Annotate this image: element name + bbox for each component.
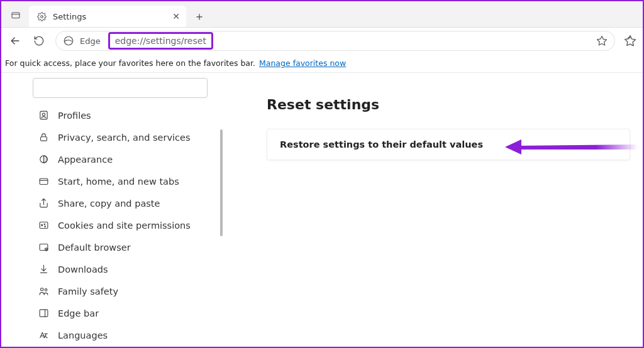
profile-icon — [38, 110, 49, 121]
gear-icon — [35, 10, 48, 23]
family-icon — [38, 286, 49, 297]
page-title: Reset settings — [267, 97, 630, 112]
sidebar-label: Share, copy and paste — [58, 198, 160, 209]
settings-search-input[interactable] — [33, 78, 208, 98]
sidebar-item-languages[interactable]: Languages — [33, 324, 208, 346]
sidebar-item-start[interactable]: Start, home, and new tabs — [33, 170, 208, 192]
svg-point-9 — [41, 224, 42, 226]
favorites-icon[interactable] — [624, 35, 636, 47]
favorites-bar-text: For quick access, place your favorites h… — [5, 58, 255, 68]
cookies-icon — [38, 220, 49, 231]
close-tab-icon[interactable]: ✕ — [172, 11, 180, 21]
lock-icon — [38, 132, 49, 143]
sidebar-item-family[interactable]: Family safety — [33, 280, 208, 302]
svg-point-11 — [44, 226, 45, 227]
sidebar-label: Edge bar — [58, 308, 99, 318]
address-url-highlighted: edge://settings/reset — [108, 32, 213, 50]
sidebar-label: Downloads — [58, 264, 108, 275]
sidebar-label: Cookies and site permissions — [58, 220, 191, 231]
svg-point-10 — [44, 224, 45, 224]
svg-point-15 — [45, 289, 47, 291]
favorite-star-icon[interactable] — [596, 35, 608, 47]
new-tab-button[interactable]: ＋ — [190, 7, 209, 26]
svg-rect-5 — [40, 137, 47, 141]
settings-sidebar: Profiles Privacy, search, and services A… — [1, 73, 223, 347]
sidebar-item-printers[interactable]: Printers — [33, 346, 208, 347]
languages-icon — [38, 330, 49, 341]
default-browser-icon — [38, 242, 49, 253]
svg-rect-16 — [40, 310, 48, 317]
sidebar-item-downloads[interactable]: Downloads — [33, 258, 208, 280]
settings-main: Reset settings Restore settings to their… — [223, 73, 643, 347]
sidebar-label: Default browser — [58, 242, 131, 253]
settings-content: Profiles Privacy, search, and services A… — [1, 73, 643, 347]
sidebar-label: Family safety — [58, 286, 118, 296]
back-button[interactable] — [8, 33, 23, 48]
manage-favorites-link[interactable]: Manage favorites now — [259, 58, 346, 68]
sidebar-label: Languages — [58, 330, 108, 340]
share-icon — [38, 198, 49, 209]
sidebar-item-default-browser[interactable]: Default browser — [33, 236, 208, 258]
sidebar-item-edge-bar[interactable]: Edge bar — [33, 302, 208, 324]
sidebar-label: Start, home, and new tabs — [58, 177, 179, 187]
tabs-icon — [38, 176, 49, 187]
card-label: Restore settings to their default values — [280, 139, 483, 150]
svg-point-4 — [42, 113, 45, 116]
tab-actions-icon[interactable] — [6, 3, 25, 27]
sidebar-label: Profiles — [58, 111, 91, 121]
browser-tab-settings[interactable]: Settings ✕ — [29, 6, 186, 27]
browser-toolbar: Edge edge://settings/reset — [1, 28, 643, 54]
svg-point-14 — [40, 288, 43, 291]
sidebar-label: Appearance — [58, 155, 113, 165]
favorites-bar: For quick access, place your favorites h… — [1, 54, 643, 73]
address-prefix: Edge — [80, 36, 101, 46]
sidebar-item-profiles[interactable]: Profiles — [33, 104, 208, 126]
appearance-icon — [38, 154, 49, 165]
edge-bar-icon — [38, 308, 49, 319]
svg-rect-0 — [12, 13, 19, 18]
sidebar-item-share[interactable]: Share, copy and paste — [33, 192, 208, 214]
sidebar-item-appearance[interactable]: Appearance — [33, 148, 208, 170]
svg-rect-8 — [40, 222, 48, 229]
sidebar-list: Profiles Privacy, search, and services A… — [33, 104, 208, 347]
svg-rect-7 — [40, 178, 48, 184]
tab-title: Settings — [53, 12, 86, 21]
sidebar-label: Privacy, search, and services — [58, 133, 190, 143]
edge-icon — [62, 35, 75, 47]
sidebar-item-cookies[interactable]: Cookies and site permissions — [33, 214, 208, 236]
restore-defaults-button[interactable]: Restore settings to their default values — [267, 129, 630, 160]
tab-strip: Settings ✕ ＋ — [1, 1, 643, 28]
reload-button[interactable] — [31, 33, 47, 48]
download-icon — [38, 264, 49, 275]
address-bar[interactable]: Edge edge://settings/reset — [55, 31, 615, 51]
sidebar-item-privacy[interactable]: Privacy, search, and services — [33, 126, 208, 148]
svg-point-1 — [40, 15, 43, 18]
